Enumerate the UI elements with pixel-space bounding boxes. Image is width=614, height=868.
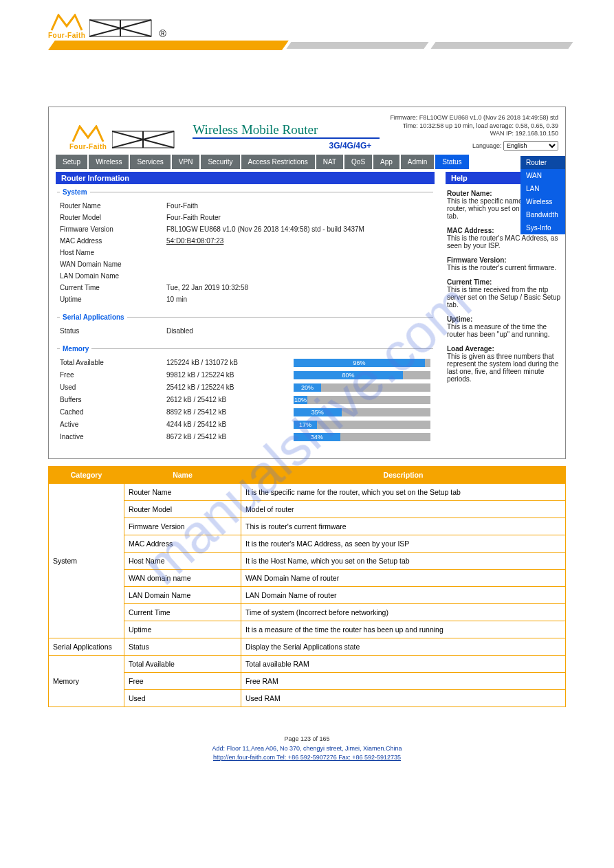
nav-tab-status[interactable]: Status	[435, 155, 468, 169]
table-row: SystemRouter NameIt is the specific name…	[49, 484, 566, 501]
cat-cell: Serial Applications	[49, 638, 124, 656]
col-desc: Description	[241, 467, 566, 484]
nav-tab-admin[interactable]: Admin	[401, 155, 434, 169]
wan-dn-v	[166, 260, 287, 268]
mem-bar-0: 96%	[294, 359, 430, 367]
table-row: Current TimeTime of system (Incorrect be…	[49, 604, 566, 621]
system-fieldset: System Router NameFour-Faith Router Mode…	[57, 188, 433, 305]
memory-fieldset: Memory Total Available125224 kB / 131072…	[57, 345, 433, 443]
mem-k-3: Buffers	[60, 396, 166, 404]
nav-tab-setup[interactable]: Setup	[56, 155, 87, 169]
mem-v-0: 125224 kB / 131072 kB	[166, 359, 287, 367]
nav-tab-qos[interactable]: QoS	[344, 155, 372, 169]
serial-status-k: Status	[60, 327, 166, 335]
fw-line: Firmware: F8L10GW EU868 v1.0 (Nov 26 201…	[390, 114, 558, 122]
nav-tab-services[interactable]: Services	[130, 155, 170, 169]
serial-fieldset: Serial Applications StatusDisabled	[57, 313, 433, 337]
submenu-sys-info[interactable]: Sys-Info	[520, 221, 565, 234]
table-row: UptimeIt is a measure of the time the ro…	[49, 621, 566, 638]
name-cell: LAN Domain Name	[124, 587, 241, 604]
fw-ver-k: Firmware Version	[60, 225, 166, 233]
router-info-bar: Router Information	[56, 172, 435, 184]
mem-v-6: 8672 kB / 25412 kB	[166, 433, 287, 441]
desc-cell: Display the Serial Applications state	[241, 638, 566, 656]
name-cell: Used	[124, 690, 241, 707]
page-footer: Page 123 of 165 Add: Floor 11,Area A06, …	[0, 735, 614, 763]
table-row: WAN domain nameWAN Domain Name of router	[49, 570, 566, 587]
help-item-2: Firmware Version:This is the router's cu…	[447, 256, 561, 271]
nav-tab-security[interactable]: Security	[201, 155, 239, 169]
help-item-4: Uptime:This is a measure of the time the…	[447, 315, 561, 338]
desc-cell: Time of system (Incorrect before network…	[241, 604, 566, 621]
help-panel: Help more... RouterWANLANWirelessBandwid…	[446, 169, 562, 452]
language-label: Language:	[472, 142, 502, 149]
logo-row: Four-Faith ®	[48, 14, 566, 39]
language-select[interactable]: English	[503, 141, 558, 151]
nav-tab-access-restrictions[interactable]: Access Restrictions	[241, 155, 315, 169]
mem-bar-2: 20%	[294, 383, 430, 392]
mem-v-4: 8892 kB / 25412 kB	[166, 408, 287, 416]
mem-k-6: Inactive	[60, 433, 166, 441]
name-cell: Router Name	[124, 484, 241, 501]
table-row: MemoryTotal AvailableTotal available RAM	[49, 656, 566, 673]
router-name-k: Router Name	[60, 202, 166, 210]
four-faith-logo: Four-Faith	[48, 14, 85, 39]
router-name-v: Four-Faith	[166, 202, 287, 210]
footer-addr1: Add: Floor 11,Area A06, No 370, chengyi …	[0, 744, 614, 754]
mem-v-1: 99812 kB / 125224 kB	[166, 371, 287, 379]
submenu-wan[interactable]: WAN	[520, 169, 565, 182]
help-item-5: Load Average:This is given as three numb…	[447, 345, 561, 383]
nav-tab-nat[interactable]: NAT	[316, 155, 343, 169]
nav-tab-wireless[interactable]: Wireless	[89, 155, 129, 169]
desc-cell: Free RAM	[241, 673, 566, 690]
name-cell: Uptime	[124, 621, 241, 638]
wanip-line: WAN IP: 192.168.10.150	[390, 130, 558, 138]
mac-k: MAC Address	[60, 237, 166, 245]
name-cell: Firmware Version	[124, 518, 241, 535]
desc-cell: It is the router's MAC Address, as seen …	[241, 535, 566, 553]
footer-addr2[interactable]: http://en.four-faith.com Tel: +86 592-59…	[213, 754, 401, 761]
uptime-v: 10 min	[166, 296, 287, 303]
name-cell: Total Available	[124, 656, 241, 673]
host-v	[166, 249, 287, 256]
mem-bar-3: 10%	[294, 396, 430, 404]
mac-v[interactable]: 54:D0:B4:08:07:23	[166, 237, 287, 245]
nav-tab-vpn[interactable]: VPN	[172, 155, 200, 169]
serial-legend: Serial Applications	[60, 313, 127, 321]
table-row: MAC AddressIt is the router's MAC Addres…	[49, 535, 566, 553]
header-bars	[48, 41, 566, 58]
page-number: Page 123 of 165	[0, 735, 614, 744]
name-cell: Free	[124, 673, 241, 690]
lan-dn-v	[166, 272, 287, 280]
doc-header: Four-Faith ®	[0, 14, 614, 58]
submenu-bandwidth[interactable]: Bandwidth	[520, 208, 565, 221]
col-category: Category	[49, 467, 124, 484]
name-cell: WAN domain name	[124, 570, 241, 587]
lan-dn-k: LAN Domain Name	[60, 272, 166, 280]
mem-bar-1: 80%	[294, 371, 430, 379]
mem-k-1: Free	[60, 371, 166, 379]
name-cell: MAC Address	[124, 535, 241, 553]
table-row: Firmware VersionThis is router's current…	[49, 518, 566, 535]
desc-cell: Used RAM	[241, 690, 566, 707]
submenu-router[interactable]: Router	[520, 156, 565, 169]
cn-logo-icon	[89, 17, 155, 39]
fw-ver-v: F8L10GW EU868 v1.0 (Nov 26 2018 14:49:58…	[166, 225, 430, 233]
mem-k-4: Cached	[60, 408, 166, 416]
desc-cell: Total available RAM	[241, 656, 566, 673]
table-row: UsedUsed RAM	[49, 690, 566, 707]
router-model-v: Four-Faith Router	[166, 214, 287, 221]
submenu-lan[interactable]: LAN	[520, 182, 565, 195]
mem-bar-4: 35%	[294, 408, 430, 416]
time-line: Time: 10:32:58 up 10 min, load average: …	[390, 122, 558, 131]
mem-v-2: 25412 kB / 125224 kB	[166, 383, 287, 392]
registered-mark: ®	[159, 28, 166, 39]
cat-cell: System	[49, 484, 124, 638]
name-cell: Current Time	[124, 604, 241, 621]
mem-k-0: Total Available	[60, 359, 166, 367]
submenu-wireless[interactable]: Wireless	[520, 195, 565, 208]
nav-tab-app[interactable]: App	[373, 155, 399, 169]
cn-logo-icon	[112, 129, 177, 151]
table-row: Router ModelModel of router	[49, 501, 566, 518]
name-cell: Status	[124, 638, 241, 656]
